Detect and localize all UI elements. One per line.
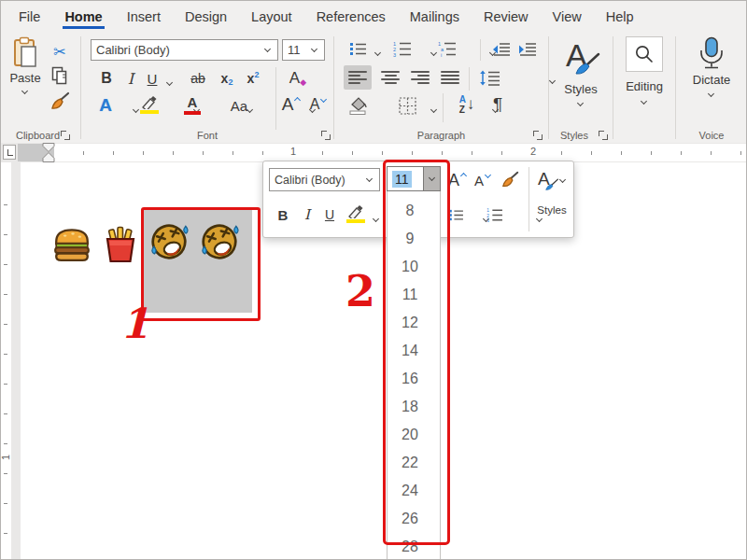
multilevel-list-icon: 1 a i	[438, 41, 457, 57]
mini-highlight-chevron-icon[interactable]	[372, 216, 381, 224]
group-clipboard: Paste ✂ Clipboard	[1, 32, 80, 143]
underline-label: U	[148, 71, 158, 87]
indent-markers[interactable]	[42, 143, 55, 162]
tab-mailings[interactable]: Mailings	[398, 1, 472, 32]
clipboard-icon	[12, 36, 38, 68]
size-dropdown-button[interactable]	[423, 167, 440, 190]
align-right-button[interactable]	[407, 65, 433, 90]
mini-styles-button[interactable]: A	[536, 166, 570, 194]
justify-button[interactable]	[437, 65, 463, 90]
mini-shrink-font-button[interactable]: A	[472, 168, 495, 192]
size-option-18[interactable]: 18	[388, 393, 440, 421]
shrink-font-button[interactable]: A	[307, 91, 331, 118]
mini-font-size-combo[interactable]: 11	[387, 166, 441, 191]
tab-selector[interactable]	[3, 145, 16, 160]
font-size-combo[interactable]: 11	[282, 39, 325, 61]
size-option-26[interactable]: 26	[388, 505, 440, 533]
shading-chevron-icon[interactable]	[430, 106, 439, 115]
chevron-down-icon	[310, 46, 319, 54]
italic-label: I	[128, 70, 134, 88]
size-option-10[interactable]: 10	[388, 253, 440, 281]
bullets-chevron-icon[interactable]	[374, 49, 383, 58]
borders-button[interactable]	[394, 93, 420, 118]
size-option-9[interactable]: 9	[388, 225, 440, 253]
tab-home[interactable]: Home	[52, 1, 114, 32]
bullets-button[interactable]	[347, 38, 370, 59]
underline-button[interactable]: U	[143, 67, 162, 90]
numbering-button[interactable]: 1 2 3	[390, 38, 415, 59]
size-option-16[interactable]: 16	[388, 365, 440, 393]
dictate-button[interactable]: Dictate	[685, 36, 738, 124]
font-color-button[interactable]: A	[182, 91, 203, 118]
multilevel-list-button[interactable]: 1 a i	[435, 38, 459, 59]
highlighter-icon	[141, 95, 158, 109]
tab-file[interactable]: File	[7, 1, 52, 32]
mini-numbering-button[interactable]: 1 2 3	[484, 203, 506, 227]
italic-label: I	[304, 206, 310, 223]
size-option-28[interactable]: 28	[388, 533, 440, 560]
size-option-11[interactable]: 11	[388, 281, 440, 309]
tab-references[interactable]: References	[304, 1, 398, 32]
mini-grow-font-button[interactable]: A	[446, 168, 471, 192]
styles-icon: A	[562, 35, 599, 78]
underline-chevron-icon[interactable]	[165, 79, 175, 88]
copy-button[interactable]	[48, 65, 72, 86]
font-color-bar	[184, 111, 201, 115]
caret-up-icon	[293, 95, 303, 104]
highlight-button[interactable]	[137, 91, 162, 118]
align-left-button[interactable]	[344, 65, 372, 90]
tab-view[interactable]: View	[541, 1, 594, 32]
tab-insert[interactable]: Insert	[115, 1, 173, 32]
font-dialog-launcher[interactable]	[320, 130, 331, 140]
subscript-button[interactable]: x2	[216, 67, 238, 90]
line-spacing-button[interactable]	[476, 65, 504, 90]
superscript-button[interactable]: x2	[242, 67, 264, 90]
tab-review[interactable]: Review	[472, 1, 541, 32]
hamburger-emoji[interactable]	[52, 224, 92, 263]
mini-underline-button[interactable]: U	[321, 203, 338, 227]
show-marks-button[interactable]: ¶	[486, 91, 510, 118]
change-case-button[interactable]: Aa	[226, 93, 252, 118]
shading-button[interactable]	[345, 93, 372, 118]
size-option-22[interactable]: 22	[388, 449, 440, 477]
increase-indent-button[interactable]	[515, 38, 540, 59]
editing-chevron-icon	[640, 98, 649, 106]
mini-numbering-chevron-icon[interactable]	[535, 216, 544, 224]
clipboard-dialog-launcher[interactable]	[60, 130, 70, 140]
paste-button[interactable]: Paste	[5, 36, 46, 124]
size-option-20[interactable]: 20	[388, 421, 440, 449]
borders-icon	[399, 97, 416, 115]
mini-bold-button[interactable]: B	[273, 203, 293, 227]
mini-font-name-combo[interactable]: Calibri (Body)	[269, 168, 380, 191]
editing-button[interactable]: Editing	[621, 36, 668, 124]
styles-button[interactable]: A Styles	[557, 35, 605, 125]
size-option-12[interactable]: 12	[388, 309, 440, 337]
clear-formatting-button[interactable]: A◆	[285, 67, 311, 90]
decrease-indent-button[interactable]	[489, 38, 514, 59]
cut-button[interactable]: ✂	[48, 41, 72, 62]
mini-italic-button[interactable]: I	[299, 203, 316, 227]
font-name-combo[interactable]: Calibri (Body)	[91, 39, 278, 61]
underline-label: U	[325, 207, 334, 222]
strikethrough-button[interactable]: ab	[186, 67, 210, 90]
tab-design[interactable]: Design	[173, 1, 239, 32]
fries-emoji[interactable]	[102, 224, 139, 263]
sort-button[interactable]: A Z ↓	[452, 91, 482, 118]
size-option-8[interactable]: 8	[388, 197, 440, 225]
grow-font-button[interactable]: A	[279, 91, 305, 118]
mini-highlight-button[interactable]	[344, 201, 368, 227]
justify-icon	[441, 71, 459, 84]
styles-dialog-launcher[interactable]	[598, 130, 608, 140]
tab-layout[interactable]: Layout	[239, 1, 304, 32]
selected-image[interactable]	[144, 210, 252, 313]
align-center-button[interactable]	[377, 65, 403, 90]
text-effects-button[interactable]: A	[94, 93, 117, 118]
mini-bullets-button[interactable]	[446, 203, 467, 227]
bold-button[interactable]: B	[96, 67, 117, 90]
mini-format-painter-button[interactable]	[498, 168, 524, 192]
italic-button[interactable]: I	[122, 67, 139, 90]
size-option-14[interactable]: 14	[388, 337, 440, 365]
format-painter-button[interactable]	[48, 90, 74, 114]
size-option-24[interactable]: 24	[388, 477, 440, 505]
tab-help[interactable]: Help	[594, 1, 646, 32]
